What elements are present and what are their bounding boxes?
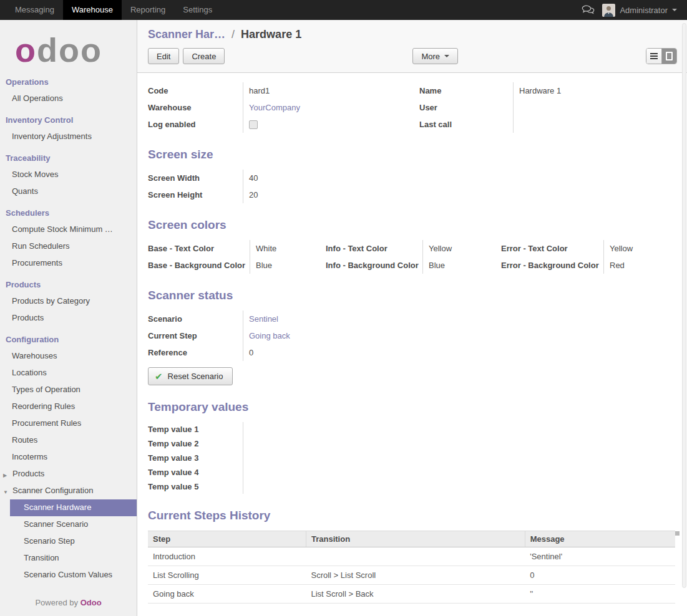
sidebar-item-label: Scenario Step: [24, 536, 75, 546]
sidebar-item-scenario-step[interactable]: Scenario Step: [0, 533, 137, 550]
avatar: [602, 4, 615, 17]
sidebar-item-run-schedulers[interactable]: Run Schedulers: [0, 238, 137, 255]
field-current-step-value[interactable]: Going back: [243, 327, 416, 344]
topbar-menu-messaging[interactable]: Messaging: [6, 0, 63, 20]
section-scanner-status: Scanner statusScenarioSentinelCurrent St…: [148, 289, 675, 385]
field-base-text-color-label: Base - Text Color: [148, 240, 250, 257]
breadcrumb-current: Hardware 1: [241, 28, 301, 41]
field-temp-value-1-value: [243, 422, 416, 436]
sidebar-item-scenario-custom-values[interactable]: Scenario Custom Values: [0, 567, 137, 584]
field-column: Codehard1WarehouseYourCompanyLog enabled: [148, 82, 419, 133]
sidebar-item-incoterms[interactable]: Incoterms: [0, 449, 137, 466]
section-title-temporary-values: Temporary values: [148, 400, 675, 414]
sidebar-item-label: Incoterms: [12, 452, 47, 461]
sidebar-item-products[interactable]: Products: [0, 310, 137, 327]
section-temporary-values: Temporary valuesTemp value 1Temp value 2…: [148, 400, 675, 494]
sidebar-item-label: Inventory Adjustments: [12, 132, 92, 141]
reset-scenario-button[interactable]: ✔Reset Scenario: [148, 367, 233, 385]
form-view-button[interactable]: [661, 49, 676, 64]
field-log-enabled-checkbox[interactable]: [249, 120, 258, 129]
field-temp-value-1-label: Temp value 1: [148, 422, 243, 436]
layout: odoo OperationsAll OperationsInventory C…: [0, 20, 687, 616]
sidebar-item-products[interactable]: ▶Products: [0, 466, 137, 483]
sidebar-item-reordering-rules[interactable]: Reordering Rules: [0, 398, 137, 415]
field-temp-value-5-value: [243, 479, 416, 494]
record-buttons: Edit Create: [148, 48, 225, 64]
field-error-background-color-value: Red: [603, 257, 683, 274]
field-base-background-color-label: Base - Background Color: [148, 257, 250, 274]
field-last-call-value: [513, 116, 675, 133]
sidebar-footer: Powered by Odoo: [0, 592, 137, 616]
history-cell: [306, 547, 525, 566]
more-button[interactable]: More: [412, 48, 458, 64]
table-corner-handle[interactable]: [675, 531, 680, 536]
messages-button[interactable]: [581, 5, 595, 15]
sidebar-item-inventory-adjustments[interactable]: Inventory Adjustments: [0, 128, 137, 145]
logo-rest-letters: doo: [37, 31, 102, 69]
field-column: ScenarioSentinelCurrent StepGoing backRe…: [148, 310, 416, 361]
sidebar-item-label: Scanner Hardware: [24, 503, 91, 512]
column-header-step[interactable]: Step: [148, 531, 306, 547]
list-view-button[interactable]: [646, 49, 661, 64]
sidebar-item-locations[interactable]: Locations: [0, 365, 137, 382]
sidebar-section-products: Products: [0, 272, 137, 293]
sidebar-item-transition[interactable]: Transition: [0, 550, 137, 567]
field-screen-height-value: 20: [243, 186, 416, 203]
sidebar-section-configuration: Configuration: [0, 327, 137, 348]
section-title-screen-size: Screen size: [148, 148, 675, 161]
sidebar-item-routes[interactable]: Routes: [0, 432, 137, 449]
field-user-value: [513, 99, 675, 116]
sidebar-item-scanner-configuration[interactable]: ▼Scanner Configuration: [0, 483, 137, 499]
history-cell: List Scroll > Back: [306, 585, 525, 604]
odoo-logo[interactable]: odoo: [0, 20, 137, 69]
field-base-text-color-value: White: [250, 240, 326, 257]
field-scenario-value[interactable]: Sentinel: [243, 310, 416, 327]
sidebar-item-quants[interactable]: Quants: [0, 183, 137, 200]
sidebar-item-types-of-operation[interactable]: Types of Operation: [0, 382, 137, 398]
edit-button[interactable]: Edit: [148, 48, 179, 64]
history-row[interactable]: Going backList Scroll > Back'': [148, 585, 675, 604]
sidebar-item-procurement-rules[interactable]: Procurement Rules: [0, 415, 137, 432]
sidebar-item-all-operations[interactable]: All Operations: [0, 90, 137, 107]
history-row[interactable]: Introduction'Sentinel': [148, 547, 675, 566]
sidebar-item-scanner-hardware[interactable]: Scanner Hardware: [10, 499, 137, 516]
topbar-menu-reporting[interactable]: Reporting: [122, 0, 174, 20]
sidebar-item-products-by-category[interactable]: Products by Category: [0, 293, 137, 310]
odoo-brand-link[interactable]: Odoo: [80, 598, 102, 607]
center-zone: More: [225, 48, 646, 64]
field-warehouse-value[interactable]: YourCompany: [243, 99, 419, 116]
history-row[interactable]: List ScrollingScroll > List Scroll0: [148, 566, 675, 585]
chevron-down-icon[interactable]: ▼: [3, 488, 8, 497]
page-scrollbar[interactable]: [682, 23, 686, 588]
topbar-menu-settings[interactable]: Settings: [174, 0, 221, 20]
breadcrumb-parent-link[interactable]: Scanner Har…: [148, 28, 225, 41]
column-header-message[interactable]: Message: [525, 531, 675, 547]
form-icon: [666, 52, 673, 60]
create-button[interactable]: Create: [183, 48, 225, 64]
sidebar-item-stock-moves[interactable]: Stock Moves: [0, 166, 137, 183]
sidebar-item-warehouses[interactable]: Warehouses: [0, 348, 137, 365]
chat-bubbles-icon: [581, 5, 595, 15]
user-menu[interactable]: Administrator: [602, 4, 677, 17]
field-temp-value-3-value: [243, 451, 416, 465]
column-header-transition[interactable]: Transition: [306, 531, 525, 547]
sidebar-item-scanner-scenario[interactable]: Scanner Scenario: [0, 516, 137, 533]
history-cell: List Scrolling: [148, 566, 306, 585]
control-panel: Scanner Har… / Hardware 1 Edit Create Mo…: [137, 20, 687, 73]
field-log-enabled-value: [243, 116, 419, 133]
section-screen-colors: Screen colorsBase - Text ColorWhiteBase …: [148, 218, 675, 274]
section-hardware-info: Codehard1WarehouseYourCompanyLog enabled…: [148, 82, 675, 133]
chevron-right-icon[interactable]: ▶: [3, 471, 7, 480]
history-cell: Introduction: [148, 547, 306, 566]
field-code-label: Code: [148, 82, 243, 99]
field-name-label: Name: [419, 82, 513, 99]
field-error-text-color-label: Error - Text Color: [501, 240, 603, 257]
sidebar-item-compute-stock-minimum[interactable]: Compute Stock Minimum …: [0, 221, 137, 238]
sidebar-item-label: Locations: [12, 368, 47, 377]
field-column: Base - Text ColorWhiteBase - Background …: [148, 240, 326, 274]
field-reference-label: Reference: [148, 344, 243, 361]
sidebar-item-procurements[interactable]: Procurements: [0, 255, 137, 272]
sidebar-item-label: Scenario Custom Values: [24, 570, 112, 579]
field-columns: Temp value 1Temp value 2Temp value 3Temp…: [148, 422, 675, 494]
topbar-menu-warehouse[interactable]: Warehouse: [63, 0, 122, 20]
